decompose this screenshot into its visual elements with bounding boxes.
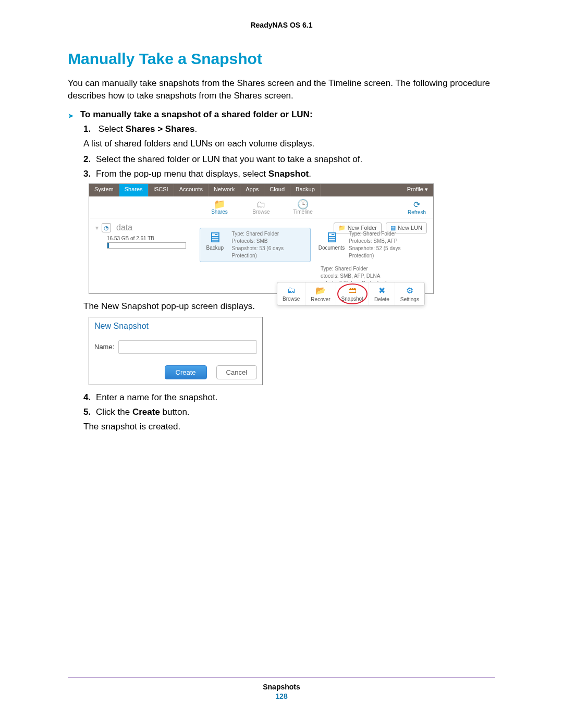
tab-backup[interactable]: Backup xyxy=(290,184,321,196)
folder-snapshots: Snapshots: 53 (6 days Protection) xyxy=(232,245,308,260)
folder-protocols: otocols: SMB, AFP, DLNA xyxy=(321,273,430,280)
context-menu: 🗂Browse 📂Recover 🗃Snapshot ✖Delete ⚙Sett… xyxy=(277,282,425,306)
toolbar-refresh-label: Refresh xyxy=(408,209,426,215)
step-1-text-prefix: Select xyxy=(99,124,126,134)
volume-icon: ◔ xyxy=(102,223,111,232)
doc-header: ReadyNAS OS 6.1 xyxy=(68,21,495,29)
folder-snapshots: Snapshots: 52 (5 days Protection) xyxy=(349,245,424,260)
step-1-bold: Shares > Shares xyxy=(126,124,195,134)
step-5-text-prefix: Click the xyxy=(96,407,132,417)
cancel-button[interactable]: Cancel xyxy=(216,365,257,379)
sub-toolbar: 📁 Shares 🗂 Browse 🕒 Timeline ⟳ Refresh xyxy=(89,196,433,218)
browse-icon: 🗂 xyxy=(283,286,300,295)
shares-screenshot: System Shares iSCSI Accounts Network App… xyxy=(89,183,434,294)
folder-name-documents: Documents xyxy=(319,245,345,251)
folder-protocols: Protocols: SMB, AFP xyxy=(349,238,424,245)
menu-recover[interactable]: 📂Recover xyxy=(305,282,336,305)
folder-name-backup: Backup xyxy=(206,245,224,251)
menu-browse-label: Browse xyxy=(283,296,300,302)
step-3-text-suffix: . xyxy=(309,169,311,179)
procedure-title: To manually take a snapshot of a shared … xyxy=(80,109,313,120)
recover-icon: 📂 xyxy=(311,286,330,295)
step-3-bold: Snapshot xyxy=(268,169,309,179)
tab-system[interactable]: System xyxy=(89,184,119,196)
share-folder-icon: 🖥 xyxy=(207,230,222,245)
step-1: 1. Select Shares > Shares. xyxy=(83,124,495,134)
step-5-text-suffix: button. xyxy=(160,407,190,417)
folder-card-backup[interactable]: 🖥 Backup Type: Shared Folder Protocols: … xyxy=(200,228,311,262)
folder-type: Type: Shared Folder xyxy=(349,230,424,238)
step-5: 5.Click the Create button. xyxy=(83,407,495,417)
volume-name: data xyxy=(116,223,132,232)
create-button[interactable]: Create xyxy=(165,365,207,379)
step-5-substep: The snapshot is created. xyxy=(83,422,495,432)
footer-page-number: 128 xyxy=(68,692,495,700)
name-label: Name: xyxy=(94,343,114,351)
folder-protocols: Protocols: SMB xyxy=(232,238,308,245)
tab-iscsi[interactable]: iSCSI xyxy=(149,184,174,196)
folder-card-documents[interactable]: 🖥 Documents Type: Shared Folder Protocol… xyxy=(316,228,427,262)
toolbar-browse-label: Browse xyxy=(248,209,274,215)
section-title: Manually Take a Snapshot xyxy=(68,50,495,68)
step-4-text: Enter a name for the snapshot. xyxy=(96,392,217,402)
collapse-chevron-icon[interactable]: ▾ xyxy=(95,224,99,231)
toolbar-timeline-label: Timeline xyxy=(290,209,316,215)
toolbar-browse[interactable]: 🗂 Browse xyxy=(248,200,274,215)
page-footer: Snapshots 128 xyxy=(68,677,495,700)
step-4: 4.Enter a name for the snapshot. xyxy=(83,392,495,403)
menu-recover-label: Recover xyxy=(311,297,330,302)
tab-cloud[interactable]: Cloud xyxy=(264,184,290,196)
step-1-text-suffix: . xyxy=(195,124,198,134)
menu-snapshot-label: Snapshot xyxy=(341,296,363,302)
intro-paragraph: You can manually take snapshots from the… xyxy=(68,77,495,102)
step-2: 2.Select the shared folder or LUN that y… xyxy=(83,154,495,165)
tab-apps[interactable]: Apps xyxy=(240,184,264,196)
step-3: 3.From the pop-up menu that displays, se… xyxy=(83,169,495,179)
browse-icon: 🗂 xyxy=(248,200,274,209)
nav-tabs: System Shares iSCSI Accounts Network App… xyxy=(89,184,433,196)
refresh-icon: ⟳ xyxy=(408,200,426,209)
menu-delete-label: Delete xyxy=(374,297,389,302)
toolbar-refresh[interactable]: ⟳ Refresh xyxy=(408,200,426,215)
new-snapshot-dialog: New Snapshot Name: Create Cancel xyxy=(89,317,263,385)
tab-network[interactable]: Network xyxy=(209,184,240,196)
tab-shares[interactable]: Shares xyxy=(119,184,149,196)
share-folder-icon: 🖥 xyxy=(324,230,339,245)
toolbar-shares-label: Shares xyxy=(206,209,232,215)
profile-menu[interactable]: Profile ▾ xyxy=(402,184,433,196)
snapshot-icon: 🗃 xyxy=(341,286,363,295)
delete-icon: ✖ xyxy=(374,286,389,295)
snapshot-name-input[interactable] xyxy=(118,340,257,354)
menu-settings[interactable]: ⚙Settings xyxy=(395,282,424,305)
clock-icon: 🕒 xyxy=(290,200,316,209)
tab-accounts[interactable]: Accounts xyxy=(174,184,209,196)
toolbar-shares[interactable]: 📁 Shares xyxy=(206,200,232,215)
step-5-bold: Create xyxy=(132,407,160,417)
step-2-text: Select the shared folder or LUN that you… xyxy=(96,154,362,164)
menu-browse[interactable]: 🗂Browse xyxy=(277,282,305,305)
step-3-text-prefix: From the pop-up menu that displays, sele… xyxy=(96,169,268,179)
menu-settings-label: Settings xyxy=(400,297,419,302)
menu-delete[interactable]: ✖Delete xyxy=(369,282,395,305)
menu-snapshot[interactable]: 🗃Snapshot xyxy=(336,282,369,305)
folder-icon: 📁 xyxy=(206,200,232,209)
dialog-title: New Snapshot xyxy=(94,322,257,331)
triangle-bullet-icon: ➤ xyxy=(68,112,74,120)
gear-icon: ⚙ xyxy=(400,286,419,295)
folder-type: Type: Shared Folder xyxy=(321,265,430,273)
folder-type: Type: Shared Folder xyxy=(232,230,308,238)
step-1-substep: A list of shared folders and LUNs on eac… xyxy=(83,139,495,149)
capacity-bar xyxy=(107,242,186,249)
toolbar-timeline[interactable]: 🕒 Timeline xyxy=(290,200,316,215)
footer-section: Snapshots xyxy=(68,683,495,691)
